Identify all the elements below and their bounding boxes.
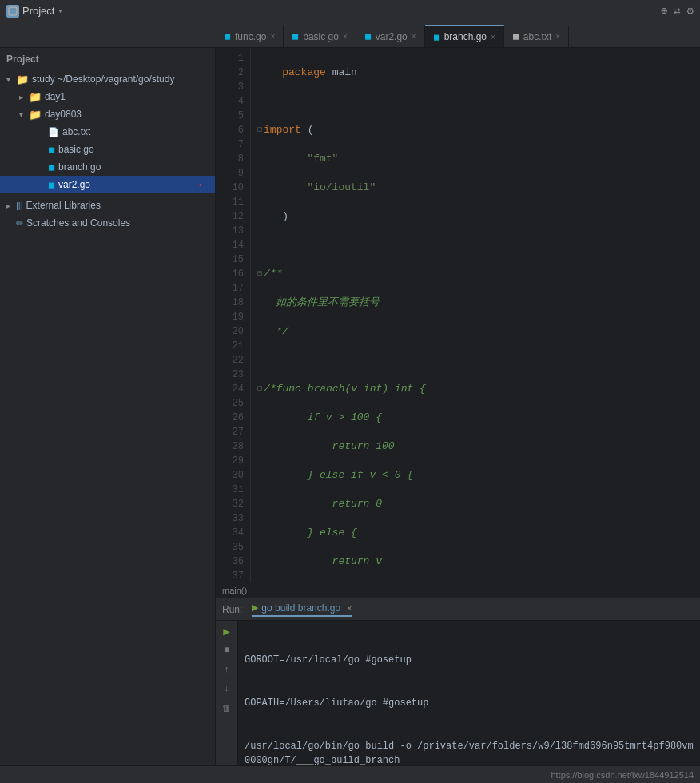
comment: return v (257, 554, 382, 569)
tab-branch[interactable]: ◼ branch.go × (425, 25, 504, 47)
sidebar-item-scratches[interactable]: ✏ Scratches and Consoles (0, 214, 215, 232)
tab-close-icon[interactable]: × (555, 32, 560, 41)
fold-button[interactable]: ⊟ (257, 382, 262, 396)
status-bar: https://blog.csdn.net/lxw1844912514 (0, 765, 700, 783)
go-file-icon: ◼ (224, 31, 231, 42)
comment: 如的条件里不需要括号 (257, 296, 380, 310)
globe-icon[interactable]: ⊕ (661, 4, 667, 18)
code-line: ⊟/*func branch(v int) int { (257, 382, 694, 396)
run-panel: Run: ▶ go build branch.go × ▶ ■ ↑ ↓ 🗑 GO… (216, 598, 700, 765)
split-icon[interactable]: ⇄ (674, 4, 680, 18)
breadcrumb: main() (216, 582, 700, 598)
tab-close-icon[interactable]: × (343, 32, 348, 41)
breadcrumb-label: main() (222, 586, 247, 595)
run-tab[interactable]: ▶ go build branch.go × (252, 602, 352, 617)
sidebar-item-basicgo[interactable]: ◼ basic.go (0, 141, 215, 158)
gear-icon[interactable]: ⚙ (687, 4, 694, 18)
txt-file-icon: ◼ (512, 31, 519, 42)
code-line: return 0 (257, 497, 694, 511)
tab-close-icon[interactable]: × (412, 32, 416, 41)
tab-close-icon[interactable]: × (270, 32, 275, 41)
tab-label: branch.go (444, 31, 487, 42)
chevron-down-icon: ▾ (3, 75, 13, 84)
chevron-right-icon: ▸ (16, 93, 26, 101)
code-line: package main (257, 66, 694, 80)
sidebar-item-var2go[interactable]: ◼ var2.go ← (0, 176, 215, 193)
code-area: 123 456 789 101112 131415 161718 192021 … (216, 48, 700, 582)
chevron-right-icon: ▸ (3, 201, 13, 210)
go-file-icon: ◼ (433, 32, 440, 42)
output-line: GOPATH=/Users/liutao/go #gosetup (245, 696, 694, 710)
code-content[interactable]: package main ⊟import ( "fmt" "io/ioutil"… (251, 48, 700, 582)
tab-label: abc.txt (523, 31, 551, 42)
fold-button[interactable]: ⊟ (257, 267, 262, 281)
clear-button[interactable]: 🗑 (220, 701, 234, 715)
line-numbers: 123 456 789 101112 131415 161718 192021 … (216, 48, 251, 582)
editor-area: 123 456 789 101112 131415 161718 192021 … (216, 48, 700, 765)
scroll-down-button[interactable]: ↓ (220, 682, 234, 696)
run-tab-bar: Run: ▶ go build branch.go × (216, 598, 700, 621)
run-sidebar: ▶ ■ ↑ ↓ 🗑 (216, 621, 238, 765)
sidebar-item-label: branch.go (58, 161, 101, 173)
project-header-label: Project (6, 54, 39, 65)
tab-close-icon[interactable]: × (491, 33, 495, 42)
sidebar-item-label: External Libraries (26, 200, 101, 211)
code-line: return 100 (257, 439, 694, 454)
string-literal: "fmt" (257, 152, 338, 166)
chevron-down-icon: ▾ (16, 110, 26, 119)
project-icon (6, 5, 19, 18)
output-line: /usr/local/go/bin/go build -o /private/v… (245, 739, 694, 765)
top-bar: Project ▾ ⊕ ⇄ ⚙ (0, 0, 700, 22)
code-line: 如的条件里不需要括号 (257, 296, 694, 310)
keyword: import (264, 123, 301, 137)
code-line: return v (257, 554, 694, 569)
tab-label: basic go (303, 31, 339, 42)
comment: } else if v < 0 { (257, 468, 413, 483)
scratches-icon: ✏ (16, 218, 23, 229)
tab-func[interactable]: ◼ func.go × (216, 25, 284, 47)
main-area: Project ▾ 📁 study ~/Desktop/vagrant/go/s… (0, 48, 700, 765)
code-line: if v > 100 { (257, 411, 694, 425)
keyword: package (257, 66, 326, 80)
sidebar-item-abctxt[interactable]: 📄 abc.txt (0, 123, 215, 141)
code-editor[interactable]: 123 456 789 101112 131415 161718 192021 … (216, 48, 700, 598)
sidebar-item-day1[interactable]: ▸ 📁 day1 (0, 88, 215, 105)
tab-abc[interactable]: ◼ abc.txt × (504, 25, 569, 47)
sidebar-item-label: basic.go (58, 144, 94, 155)
tab-basic[interactable]: ◼ basic go × (284, 25, 356, 47)
sidebar-item-external[interactable]: ▸ ||| External Libraries (0, 197, 215, 214)
code-line (257, 94, 694, 109)
sidebar-header: Project (0, 48, 215, 70)
sidebar-item-label: day1 (45, 91, 66, 102)
project-label[interactable]: Project (22, 5, 54, 17)
stop-button[interactable]: ■ (220, 643, 234, 658)
comment: } else { (257, 526, 357, 540)
chevron-down-icon[interactable]: ▾ (58, 6, 62, 16)
tab-label: var2.go (376, 31, 408, 42)
external-libraries-icon: ||| (16, 201, 23, 210)
code-line (257, 353, 694, 368)
tab-bar: ◼ func.go × ◼ basic go × ◼ var2.go × ◼ b… (0, 22, 700, 48)
scroll-up-button[interactable]: ↑ (220, 662, 234, 677)
sidebar-item-label: Scratches and Consoles (26, 217, 130, 229)
sidebar-item-branchgo[interactable]: ◼ branch.go (0, 158, 215, 176)
code-line: ) (257, 209, 694, 224)
top-bar-icons: ⊕ ⇄ ⚙ (661, 4, 694, 18)
run-tab-close-icon[interactable]: × (347, 603, 352, 613)
run-tab-label: go build branch.go (261, 602, 340, 614)
code-line: "fmt" (257, 152, 694, 166)
run-output: GOROOT=/usr/local/go #gosetup GOPATH=/Us… (238, 621, 700, 765)
folder-icon: 📁 (29, 109, 42, 121)
comment: if v > 100 { (257, 411, 382, 425)
play-button[interactable]: ▶ (220, 624, 234, 638)
tab-var2[interactable]: ◼ var2.go × (356, 25, 425, 47)
output-line: GOROOT=/usr/local/go #gosetup (245, 653, 694, 667)
folder-icon: 📁 (16, 74, 29, 85)
go-file-icon: ◼ (364, 31, 372, 42)
sidebar-item-label: study ~/Desktop/vagrant/go/study (32, 74, 174, 85)
fold-button[interactable]: ⊟ (257, 123, 262, 137)
sidebar-item-day0803[interactable]: ▾ 📁 day0803 (0, 105, 215, 123)
run-content: ▶ ■ ↑ ↓ 🗑 GOROOT=/usr/local/go #gosetup … (216, 621, 700, 765)
comment: */ (257, 324, 288, 339)
sidebar-item-study[interactable]: ▾ 📁 study ~/Desktop/vagrant/go/study (0, 70, 215, 88)
